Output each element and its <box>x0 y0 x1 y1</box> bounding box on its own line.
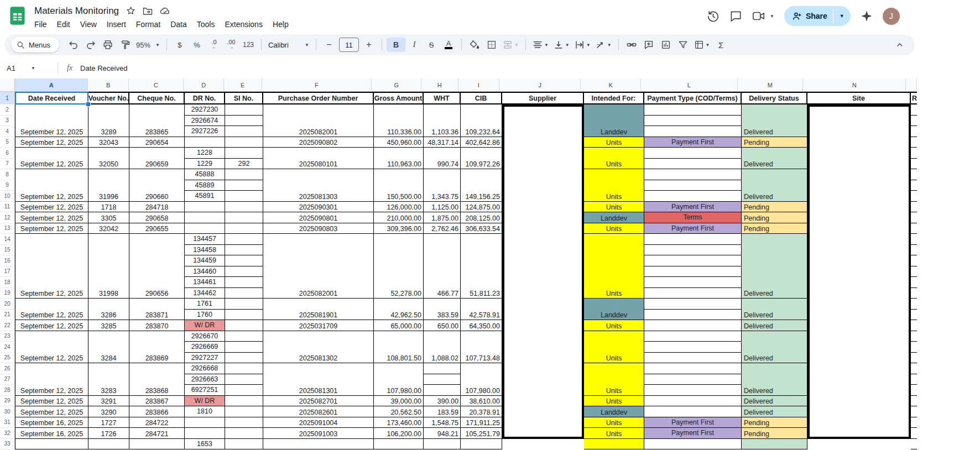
cell-C8[interactable]: 290660 <box>129 169 185 202</box>
cell-A29[interactable]: September 12, 2025 <box>15 396 88 407</box>
cell-A14[interactable]: September 12, 2025 <box>15 234 88 299</box>
site-column-box[interactable] <box>807 104 911 439</box>
cell-D17[interactable]: 134460 <box>185 266 225 278</box>
cell-L29[interactable] <box>644 396 741 407</box>
cell-O25[interactable] <box>911 353 917 364</box>
cell-E9[interactable] <box>225 180 263 191</box>
cell-O30[interactable] <box>911 406 917 417</box>
row-header-16[interactable]: 16 <box>0 255 15 266</box>
cell-C22[interactable]: 283870 <box>129 320 185 331</box>
header-cell-Intended For:[interactable]: Intended For: <box>584 93 644 103</box>
menus-search-button[interactable]: Menus <box>11 37 59 53</box>
cell-F14[interactable]: 2025082001 <box>263 234 374 299</box>
insert-link-button[interactable] <box>623 38 640 52</box>
header-cell-Gross Amount[interactable]: Gross Amount <box>374 93 424 103</box>
cell-O19[interactable] <box>911 288 917 299</box>
cell-H32[interactable]: 948.21 <box>424 428 461 439</box>
cell-D6[interactable]: 1228 <box>185 148 225 159</box>
supplier-column-box[interactable] <box>502 104 584 439</box>
cell-C2[interactable]: 283865 <box>129 104 185 137</box>
cell-N33[interactable] <box>807 439 911 450</box>
cell-G11[interactable]: 126,000.00 <box>374 202 424 213</box>
cell-D19[interactable]: 134462 <box>185 288 225 299</box>
cell-F11[interactable]: 2025090301 <box>263 202 374 213</box>
column-header-F[interactable]: F <box>262 79 372 92</box>
row-header-31[interactable]: 31 <box>0 417 15 428</box>
cell-K22[interactable]: Units <box>584 320 644 331</box>
cell-K13[interactable]: Units <box>584 223 644 234</box>
row-header-12[interactable]: 12 <box>0 212 15 223</box>
header-cell-Payment Type (COD/Terms)[interactable]: Payment Type (COD/Terms) <box>644 93 742 103</box>
cell-G30[interactable]: 20,562.50 <box>374 406 424 417</box>
cell-D25[interactable]: 2927227 <box>185 353 225 364</box>
cell-K31[interactable]: Units <box>584 417 644 428</box>
cell-I23[interactable]: 107,713.48 <box>461 331 502 364</box>
cell-G5[interactable]: 450,960.00 <box>374 137 424 148</box>
cell-H6[interactable]: 990.74 <box>424 148 461 169</box>
cell-F20[interactable]: 2025081901 <box>263 299 374 320</box>
cell-I33[interactable] <box>461 439 502 450</box>
row-header-30[interactable]: 30 <box>0 406 15 417</box>
cell-H26[interactable] <box>424 363 460 374</box>
cell-E27[interactable] <box>225 374 263 385</box>
cell-D29[interactable]: W/ DR <box>185 396 225 407</box>
cell-M26[interactable]: Delivered <box>742 363 807 396</box>
cell-B14[interactable]: 31998 <box>88 234 129 299</box>
cell-D33[interactable]: 1653 <box>185 439 225 450</box>
cell-M5[interactable]: Pending <box>742 137 807 148</box>
cell-M14[interactable]: Delivered <box>742 234 807 299</box>
cell-B32[interactable]: 1726 <box>88 428 129 439</box>
row-header-25[interactable]: 25 <box>0 353 15 364</box>
cell-F31[interactable]: 2025091004 <box>263 417 374 428</box>
cell-M33[interactable] <box>742 439 807 450</box>
cell-H5[interactable]: 48,317.14 <box>424 137 461 148</box>
cell-L22[interactable] <box>644 320 741 331</box>
cell-A32[interactable]: September 16, 2025 <box>15 428 88 439</box>
cell-L20[interactable] <box>644 299 741 310</box>
cell-O4[interactable] <box>911 126 917 137</box>
cell-O24[interactable] <box>911 342 917 353</box>
cell-L8[interactable] <box>644 169 741 180</box>
menu-help[interactable]: Help <box>268 19 294 30</box>
cell-E31[interactable] <box>225 417 263 428</box>
row-header-28[interactable]: 28 <box>0 385 15 396</box>
cell-E2[interactable] <box>225 104 263 116</box>
cell-M32[interactable]: Pending <box>742 428 807 439</box>
cell-I22[interactable]: 64,350.00 <box>461 320 502 331</box>
cell-M11[interactable]: Pending <box>742 202 807 213</box>
cell-A30[interactable]: September 12, 2025 <box>15 406 88 417</box>
cell-F13[interactable]: 2025090803 <box>263 223 374 234</box>
cell-O26[interactable] <box>911 363 917 374</box>
text-wrapping-button[interactable]: ▼ <box>572 38 593 52</box>
cell-L21[interactable] <box>644 310 741 321</box>
cell-A33[interactable] <box>15 439 88 450</box>
row-header-18[interactable]: 18 <box>0 277 15 288</box>
cell-M30[interactable]: Delivered <box>742 406 807 417</box>
column-header-D[interactable]: D <box>184 79 224 92</box>
vertical-align-button[interactable]: ▼ <box>551 38 572 52</box>
cell-L12[interactable]: Terms <box>644 212 741 223</box>
italic-button[interactable]: I <box>406 38 423 52</box>
fill-color-button[interactable] <box>466 38 483 52</box>
cell-H27[interactable] <box>424 374 460 385</box>
cell-L4[interactable] <box>644 126 741 137</box>
cell-F33[interactable] <box>263 439 374 450</box>
cell-I11[interactable]: 124,875.00 <box>461 202 502 213</box>
cell-E25[interactable] <box>225 353 263 364</box>
cell-C14[interactable]: 290656 <box>129 234 185 299</box>
pivot-table-button[interactable]: ▼ <box>692 38 712 52</box>
cell-K12[interactable]: Landdev <box>584 212 644 223</box>
cell-C6[interactable]: 290659 <box>129 148 185 169</box>
cell-D28[interactable]: 6927251 <box>185 385 225 396</box>
cell-G2[interactable]: 110,336.00 <box>374 104 424 137</box>
cell-B22[interactable]: 3285 <box>88 320 129 331</box>
cell-L23[interactable] <box>644 331 741 342</box>
cell-O15[interactable] <box>911 245 917 256</box>
cell-M23[interactable]: Delivered <box>742 331 807 364</box>
cell-L9[interactable] <box>644 180 741 191</box>
caret-down-icon[interactable]: ▼ <box>770 14 774 19</box>
cell-F32[interactable]: 2025091003 <box>263 428 374 439</box>
menu-file[interactable]: File <box>29 19 52 30</box>
cell-G6[interactable]: 110,963.00 <box>374 148 424 169</box>
cell-O16[interactable] <box>911 255 917 266</box>
